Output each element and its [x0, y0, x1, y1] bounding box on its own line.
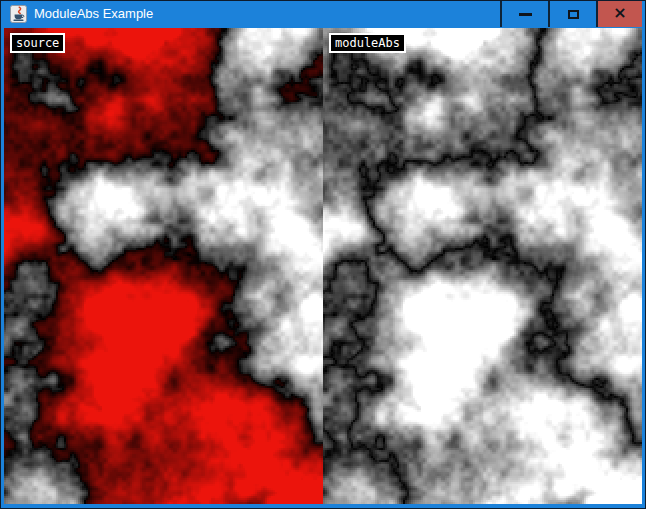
maximize-button[interactable] [550, 1, 596, 27]
panel-source: source [4, 28, 323, 504]
content-area: source moduleAbs [4, 28, 642, 504]
moduleabs-label: moduleAbs [329, 33, 406, 53]
minimize-button[interactable] [502, 1, 548, 27]
close-icon: × [613, 5, 626, 21]
source-noise-image [4, 28, 323, 504]
panel-moduleabs: moduleAbs [323, 28, 642, 504]
titlebar[interactable]: ModuleAbs Example × [4, 0, 642, 28]
maximize-icon [568, 10, 579, 19]
java-app-icon [10, 5, 27, 23]
minimize-icon [519, 13, 532, 16]
moduleabs-noise-image [323, 28, 642, 504]
source-label: source [10, 33, 65, 53]
window-controls: × [500, 1, 642, 27]
window-title: ModuleAbs Example [34, 0, 153, 28]
close-button[interactable]: × [598, 1, 642, 27]
app-window: ModuleAbs Example × source moduleAbs [0, 0, 646, 509]
